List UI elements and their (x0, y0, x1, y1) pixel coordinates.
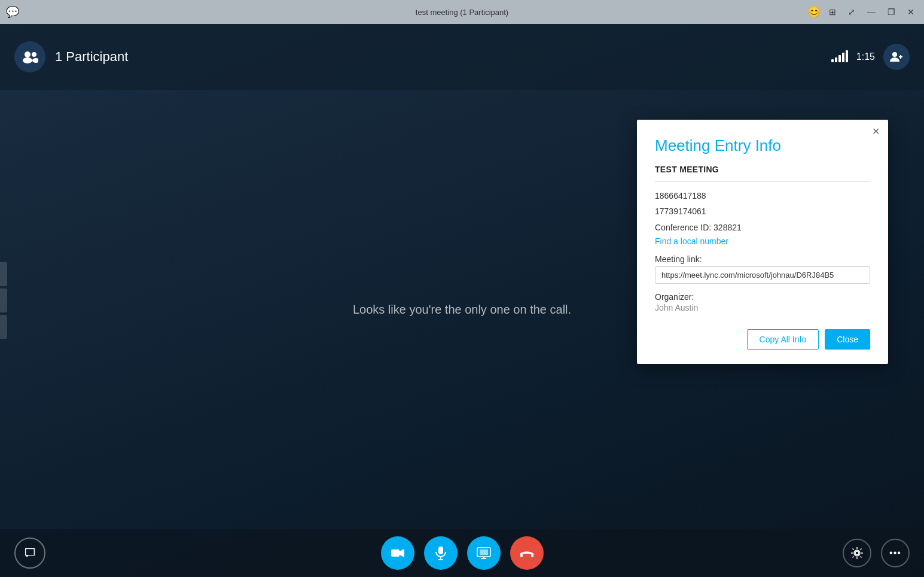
meeting-link-value[interactable]: https://meet.lync.com/microsoft/johnau/D… (655, 266, 870, 284)
titlebar-left: 💬 (6, 5, 19, 19)
svg-point-4 (892, 52, 897, 57)
settings-button[interactable] (843, 539, 871, 567)
conference-id-line: Conference ID: 328821 (655, 221, 870, 234)
hangup-button[interactable] (510, 536, 544, 570)
fullscreen-icon[interactable]: ⤢ (844, 6, 859, 18)
header-bar: 1 Participant 1:15 (0, 24, 924, 90)
svg-rect-15 (480, 549, 488, 555)
mute-button[interactable] (424, 536, 458, 570)
organizer-name: John Austin (655, 303, 870, 312)
svg-rect-9 (438, 546, 443, 554)
svg-rect-7 (391, 549, 400, 557)
close-button[interactable]: ✕ (904, 6, 918, 18)
dialog-close-btn[interactable]: Close (825, 329, 870, 350)
signal-bar-5 (846, 50, 848, 62)
bottom-center-controls (381, 536, 544, 570)
titlebar: 💬 test meeting (1 Participant) 😊 ⊞ ⤢ — ❐… (0, 0, 924, 24)
find-local-number-link[interactable]: Find a local number (655, 236, 870, 246)
main-area: 1 Participant 1:15 (0, 24, 924, 577)
meeting-entry-dialog: ✕ Meeting Entry Info TEST MEETING 186664… (637, 120, 888, 364)
conference-id-value: 328821 (713, 223, 742, 232)
conference-id-label: Conference ID: (655, 223, 713, 232)
minimize-button[interactable]: — (864, 6, 879, 18)
screen-share-button[interactable] (467, 536, 501, 570)
svg-marker-8 (400, 549, 404, 557)
phone-number-1: 18666417188 (655, 189, 870, 202)
svg-point-1 (23, 57, 32, 63)
signal-bar-2 (835, 57, 837, 62)
header-right: 1:15 (831, 44, 910, 70)
bottom-right-controls: ••• (843, 539, 910, 567)
dialog-title: Meeting Entry Info (655, 136, 870, 155)
dialog-body: Meeting Entry Info TEST MEETING 18666417… (637, 120, 888, 364)
dialog-close-button[interactable]: ✕ (872, 127, 880, 136)
empty-call-message: Looks like you're the only one on the ca… (353, 303, 571, 317)
titlebar-controls: 😊 ⊞ ⤢ — ❐ ✕ (807, 5, 918, 19)
more-icon: ••• (889, 548, 901, 558)
svg-rect-17 (531, 554, 533, 557)
svg-point-2 (32, 52, 36, 57)
bottom-left (14, 537, 45, 569)
signal-bar-3 (838, 55, 841, 62)
phone-number-2: 17739174061 (655, 205, 870, 218)
signal-bars (831, 51, 848, 62)
bottom-toolbar: ••• (0, 529, 924, 577)
titlebar-title: test meeting (1 Participant) (416, 8, 508, 17)
signal-bar-4 (842, 53, 844, 62)
add-user-button[interactable] (883, 44, 910, 70)
svg-rect-16 (520, 554, 523, 557)
participants-icon (14, 41, 45, 72)
participant-count: 1 Participant (55, 49, 128, 65)
skype-icon: 💬 (6, 5, 19, 19)
chat-button[interactable] (14, 537, 45, 569)
svg-point-3 (32, 58, 38, 63)
more-options-button[interactable]: ••• (881, 539, 910, 567)
emoji-icon[interactable]: 😊 (807, 5, 821, 19)
center-content: Looks like you're the only one on the ca… (0, 90, 924, 529)
dialog-footer: Copy All Info Close (655, 324, 870, 350)
header-left: 1 Participant (14, 41, 128, 72)
meeting-link-label: Meeting link: (655, 254, 870, 264)
video-button[interactable] (381, 536, 414, 570)
svg-point-0 (25, 51, 31, 57)
restore-button[interactable]: ❐ (884, 6, 899, 18)
screenshot-icon[interactable]: ⊞ (825, 6, 840, 18)
organizer-label: Organizer: (655, 292, 870, 302)
signal-bar-1 (831, 59, 834, 62)
copy-all-info-button[interactable]: Copy All Info (747, 329, 819, 350)
call-timer: 1:15 (856, 51, 875, 62)
dialog-meeting-name: TEST MEETING (655, 165, 870, 182)
svg-point-18 (855, 551, 859, 555)
